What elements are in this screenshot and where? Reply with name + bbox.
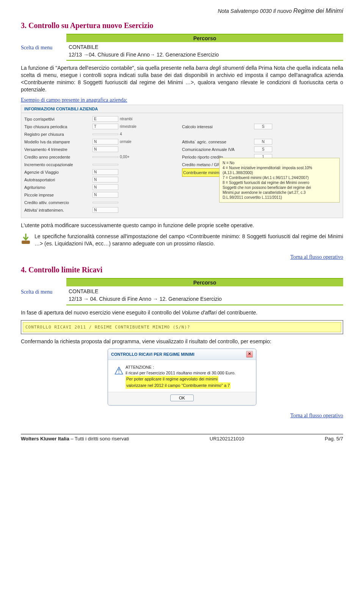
form-desc: ntrambi — [120, 117, 182, 121]
percorso-body: CONTABILE 12/13 →04. Chiusure di Fine An… — [66, 42, 343, 60]
form-desc: rimestrale — [120, 124, 182, 129]
menu-label-2: Scelta di menu — [21, 278, 66, 295]
form-row: AgriturismoN — [24, 184, 182, 191]
form-label: Attivita` agric. connesse — [182, 140, 254, 144]
form-label: Piccole imprese — [24, 193, 93, 197]
sshot2-text: CONTROLLO RICAVI 2011 / REGIME CONTRIBUE… — [23, 322, 341, 332]
footer-rights: – Tutti i diritti sono riservati — [69, 436, 129, 442]
tooltip-line: (A.13 L.388/2000) — [223, 170, 336, 175]
percorso-line2: 12/13 →04. Chiusure di Fine Anno→ 12. Ge… — [69, 52, 219, 58]
form-label: Attivita' intrattenimen. — [24, 208, 93, 212]
form-code[interactable] — [93, 156, 118, 158]
footer-company: Wolters Kluwer Italia — [21, 436, 69, 442]
form-code[interactable]: N — [93, 169, 118, 175]
form-row: Tipo corrispettiviEntrambi — [24, 115, 182, 123]
dialog-line1: ATTENZIONE : — [126, 365, 252, 370]
dialog-hl2: valorizzare nel 2012 il campo "Contribue… — [126, 382, 231, 389]
page-footer: Wolters Kluwer Italia – Tutti i diritti … — [21, 434, 343, 442]
confirm-para: Confermando la richiesta proposta dal pr… — [21, 338, 343, 345]
tooltip-line: Minimi,pur avendone le caratteristiche (… — [223, 190, 336, 195]
footer-code: UR1202121010 — [210, 436, 244, 442]
torna-link[interactable]: Torna al flusso operativo — [290, 254, 343, 260]
tooltip-line: D.L.98/2011 convertito L.111/2011) — [223, 195, 336, 200]
header-suffix: Regime dei Minimi — [293, 8, 343, 14]
form-code[interactable]: N — [93, 192, 118, 198]
form-row: Attivita' intrattenimen.N — [24, 206, 182, 214]
form-label: Credito attiv. commercio — [24, 200, 93, 205]
screenshot-prompt-bar: CONTROLLO RICAVI 2011 / REGIME CONTRIBUE… — [21, 320, 343, 334]
form-desc: 0,00+ — [120, 155, 182, 159]
example-label: Esempio di campo presente in anagrafica … — [21, 97, 343, 103]
section3-title: 3. Controllo su Apertura nuovo Esercizio — [21, 21, 343, 30]
form-code[interactable] — [93, 202, 118, 203]
screenshot-dialog-wrap: CONTROLLO RICAVI PER REGIME MINIMI ✕ ⚠ A… — [21, 349, 343, 405]
dialog-text: ATTENZIONE : il ricavi per l'esercizio 2… — [126, 365, 252, 388]
form-row: Piccole impreseN — [24, 191, 182, 199]
form-label: Calcolo interessi — [182, 124, 254, 129]
sshot1-left-col: Tipo corrispettiviEntrambiTipo chiusura … — [24, 115, 182, 214]
form-label: Agriturismo — [24, 185, 93, 190]
footer-page: Pag. 5/7 — [325, 436, 343, 442]
dialog-line2: il ricavi per l'esercizio 2011 risultano… — [126, 370, 252, 376]
form-code[interactable]: N — [93, 207, 118, 213]
form-row: Registro per chiusura4 — [24, 130, 182, 138]
form-value[interactable]: S — [254, 146, 272, 152]
percorso-body-2: CONTABILE 12/13 → 04. Chiusure di Fine A… — [66, 286, 343, 304]
form-row: Agenzie di ViaggioN — [24, 168, 182, 176]
form-value[interactable]: S — [254, 124, 272, 129]
section4-menu-row: Scelta di menu Percorso CONTABILE 12/13 … — [21, 278, 343, 305]
form-row-right: Attivita` agric. connesseN — [182, 138, 340, 146]
section4-title: 4. Controllo limite Ricavi — [21, 266, 343, 274]
tooltip-line: 8 = Soggetti fuoriusciti dal regime dei … — [223, 180, 336, 185]
form-label: Registro per chiusura — [24, 132, 93, 137]
form-code[interactable]: N — [93, 139, 118, 145]
form-row-right: Calcolo interessiS — [182, 123, 340, 130]
form-code[interactable] — [93, 164, 118, 165]
form-label: Incremento occupazionale — [24, 162, 93, 167]
percorso-header: Percorso — [66, 35, 343, 42]
form-row: AutotrasportatoriN — [24, 176, 182, 184]
close-icon[interactable]: ✕ — [246, 351, 253, 358]
form-label: Autotrasportatori — [24, 178, 93, 182]
form-label: Comunicazione Annuale IVA — [182, 147, 254, 152]
form-row: Credito attiv. commercio — [24, 199, 182, 206]
form-row-right — [182, 115, 340, 123]
section3-para: La funzione di "Apertura dell'esercizio … — [21, 64, 343, 93]
sshot1-right-col: Calcolo interessiSAttivita` agric. conne… — [182, 115, 340, 214]
torna-link-2[interactable]: Torna al flusso operativo — [290, 413, 343, 418]
dialog-footer: OK — [108, 392, 256, 405]
form-label: Tipo corrispettivi — [24, 117, 93, 121]
form-code[interactable]: T — [93, 124, 118, 129]
form-row: Tipo chiusura periodicaTrimestrale — [24, 123, 182, 130]
percorso-header-2: Percorso — [66, 279, 343, 286]
percorso-table-2: Percorso CONTABILE 12/13 → 04. Chiusure … — [66, 278, 343, 305]
ok-button[interactable]: OK — [170, 394, 194, 401]
form-code[interactable]: N — [93, 177, 118, 182]
form-label: Modello Iva da stampare — [24, 140, 93, 144]
tooltip-line: 7 = Contribuenti minimi (Art.1 c.96/117 … — [223, 175, 336, 180]
screenshot-form-panel: INFORMAZIONI CONTABILI AZIENDA Tipo corr… — [21, 105, 343, 218]
sshot1-tooltip: N = No4 = Nuove iniziative imprenditoria… — [219, 158, 340, 203]
form-code[interactable] — [93, 134, 118, 135]
sshot1-title: INFORMAZIONI CONTABILI AZIENDA — [21, 105, 343, 113]
form-label: Tipo chiusura periodica — [24, 124, 93, 129]
torna-link-2-wrap: Torna al flusso operativo — [21, 412, 343, 419]
form-row-right: Comunicazione Annuale IVAS — [182, 146, 340, 153]
form-code[interactable]: N — [93, 184, 118, 190]
percorso-line1-2: CONTABILE — [69, 288, 98, 294]
form-code[interactable]: E — [93, 116, 118, 122]
tooltip-line: 4 = Nuove iniziative imprenditoriali: im… — [223, 165, 336, 170]
note-text: Le specifiche funzionalità connesse all'… — [35, 233, 343, 247]
form-row-right — [182, 130, 340, 138]
form-desc: ormale — [120, 140, 182, 144]
warning-icon: ⚠ — [112, 365, 126, 388]
form-label: Agenzie di Viaggio — [24, 170, 93, 174]
menu-label: Scelta di menu — [21, 34, 66, 51]
tooltip-line: N = No — [223, 160, 336, 165]
screenshot-dialog: CONTROLLO RICAVI PER REGIME MINIMI ✕ ⚠ A… — [108, 349, 256, 405]
form-value[interactable]: N — [254, 139, 272, 145]
form-code[interactable]: N — [93, 146, 118, 152]
percorso-line2-2: 12/13 → 04. Chiusure di Fine Anno → 12. … — [69, 296, 222, 302]
download-icon — [21, 233, 31, 246]
section4-para: In fase di apertura del nuovo esercizio … — [21, 309, 343, 316]
